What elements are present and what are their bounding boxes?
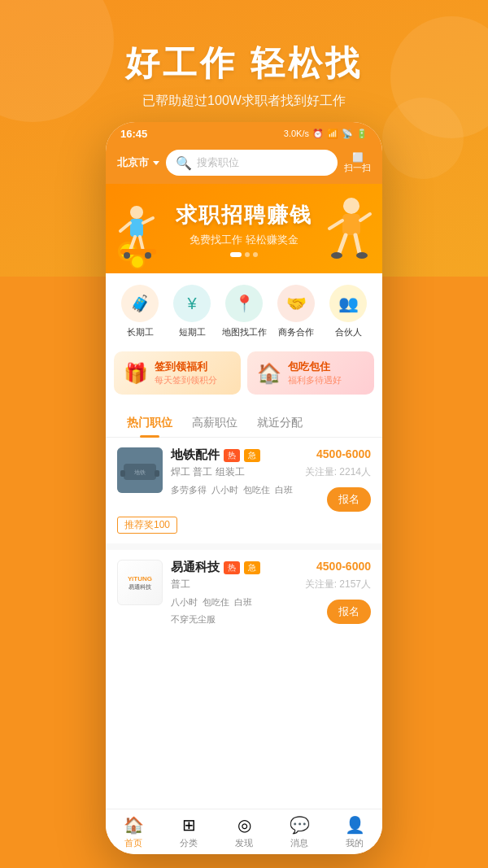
nav-profile[interactable]: 👤 我的 bbox=[327, 809, 382, 854]
longterm-icon-circle: 🧳 bbox=[121, 285, 159, 322]
tag-board: 包吃住 bbox=[243, 484, 270, 496]
status-bar: 16:45 3.0K/s ⏰ 📶 📡 🔋 bbox=[106, 122, 382, 145]
svg-line-12 bbox=[355, 235, 359, 253]
wifi-icon: 📡 bbox=[342, 129, 353, 139]
phone-content[interactable]: 求职招聘赚钱 免费找工作 轻松赚奖金 bbox=[106, 184, 382, 812]
header-section: 好工作 轻松找 已帮助超过100W求职者找到好工作 bbox=[0, 0, 488, 110]
job-title-row-1: 地铁配件 热 急 bbox=[171, 447, 297, 463]
svg-line-2 bbox=[130, 237, 135, 251]
apply-button-1[interactable]: 报名 bbox=[327, 487, 371, 512]
tag-day-2: 白班 bbox=[234, 596, 252, 608]
job-roles-2: 普工 bbox=[171, 578, 297, 591]
job-card-1: 地铁 地铁配件 热 急 焊工 普工 组装工 bbox=[106, 438, 382, 550]
jobs-tabs: 热门职位 高薪职位 就近分配 bbox=[106, 408, 382, 438]
banner-main-text: 求职招聘赚钱 bbox=[176, 201, 312, 229]
figure-left bbox=[112, 200, 169, 265]
lodging-title: 包吃包住 bbox=[288, 360, 342, 374]
quick-icon-longterm[interactable]: 🧳 长期工 bbox=[117, 285, 163, 338]
job-info-1: 地铁配件 热 急 焊工 普工 组装工 多劳多得 八小时 包吃住 白班 bbox=[171, 447, 297, 496]
location-button[interactable]: 北京市 bbox=[117, 155, 159, 170]
job-right-2: 4500-6000 关注量: 2157人 报名 bbox=[305, 560, 371, 624]
promo-card-signin[interactable]: 🎁 签到领福利 每天签到领积分 bbox=[114, 351, 241, 395]
category-label: 分类 bbox=[180, 837, 198, 849]
biz-icon-circle: 🤝 bbox=[277, 285, 315, 322]
signin-title: 签到领福利 bbox=[155, 360, 217, 374]
banner-sub-text: 免费找工作 轻松赚奖金 bbox=[176, 233, 312, 247]
network-speed: 3.0K/s bbox=[284, 129, 309, 138]
map-label: 地图找工作 bbox=[222, 326, 267, 338]
message-label: 消息 bbox=[290, 837, 308, 849]
dot-2 bbox=[245, 252, 250, 257]
tag-nodust: 不穿无尘服 bbox=[171, 613, 216, 626]
scan-button[interactable]: ⬜ 扫一扫 bbox=[344, 152, 371, 173]
job-attention-1: 关注量: 2214人 bbox=[305, 465, 371, 479]
location-text: 北京市 bbox=[117, 155, 149, 170]
discover-icon: ◎ bbox=[237, 815, 251, 835]
svg-point-5 bbox=[124, 252, 130, 259]
biz-label: 商务合作 bbox=[278, 326, 314, 338]
phone-shell: 16:45 3.0K/s ⏰ 📶 📡 🔋 北京市 🔍 搜索职位 ⬜ 扫一扫 bbox=[106, 122, 382, 854]
promo-row: 🎁 签到领福利 每天签到领积分 🏠 包吃包住 福利多待遇好 bbox=[106, 347, 382, 403]
svg-line-11 bbox=[339, 235, 346, 253]
job-image-2: YiTUNG 易通科技 bbox=[117, 560, 163, 605]
tag-hot-1: 热 bbox=[224, 449, 240, 462]
job-title-1: 地铁配件 bbox=[171, 447, 220, 463]
job-tags-2: 八小时 包吃住 白班 不穿无尘服 bbox=[171, 596, 297, 626]
svg-point-9 bbox=[343, 198, 359, 214]
tag-8hours: 八小时 bbox=[211, 484, 238, 496]
shortterm-label: 短期工 bbox=[179, 326, 206, 338]
tab-nearby[interactable]: 就近分配 bbox=[247, 408, 312, 437]
job-info-2: 易通科技 热 急 普工 八小时 包吃住 白班 不穿无尘服 bbox=[171, 560, 297, 626]
job-salary-2: 4500-6000 bbox=[316, 560, 371, 573]
tag-more-pay: 多劳多得 bbox=[171, 484, 207, 496]
tab-high-salary[interactable]: 高薪职位 bbox=[182, 408, 247, 437]
svg-point-6 bbox=[145, 252, 151, 259]
svg-line-13 bbox=[329, 220, 342, 229]
quick-icon-map[interactable]: 📍 地图找工作 bbox=[221, 285, 267, 338]
partner-icon-circle: 👥 bbox=[329, 285, 367, 322]
nav-category[interactable]: ⊞ 分类 bbox=[161, 809, 216, 854]
svg-point-16 bbox=[356, 252, 368, 259]
reward-tag-1: 推荐奖100 bbox=[117, 517, 177, 534]
scan-icon: ⬜ bbox=[344, 152, 371, 163]
apply-button-2[interactable]: 报名 bbox=[327, 600, 371, 624]
signin-texts: 签到领福利 每天签到领积分 bbox=[155, 360, 217, 386]
quick-icon-partner[interactable]: 👥 合伙人 bbox=[325, 285, 371, 338]
quick-icon-shortterm[interactable]: ¥ 短期工 bbox=[169, 285, 215, 338]
tag-urgent-2: 急 bbox=[244, 561, 260, 574]
longterm-label: 长期工 bbox=[127, 326, 154, 338]
job-card-2: YiTUNG 易通科技 易通科技 热 急 普工 bbox=[106, 550, 382, 635]
promo-card-lodging[interactable]: 🏠 包吃包住 福利多待遇好 bbox=[247, 351, 374, 395]
quick-icon-biz[interactable]: 🤝 商务合作 bbox=[273, 285, 319, 338]
search-bar[interactable]: 🔍 搜索职位 bbox=[166, 150, 338, 176]
svg-point-15 bbox=[331, 252, 342, 259]
message-icon: 💬 bbox=[290, 815, 310, 835]
signin-icon: 🎁 bbox=[124, 362, 148, 385]
svg-point-0 bbox=[130, 206, 143, 219]
bottom-nav: 🏠 首页 ⊞ 分类 ◎ 发现 💬 消息 👤 我的 bbox=[106, 809, 382, 854]
nav-discover[interactable]: ◎ 发现 bbox=[216, 809, 272, 854]
svg-rect-10 bbox=[342, 214, 360, 235]
nav-home[interactable]: 🏠 首页 bbox=[106, 809, 161, 854]
lodging-icon: 🏠 bbox=[257, 362, 281, 385]
banner-dots bbox=[176, 252, 312, 257]
signin-subtitle: 每天签到领积分 bbox=[155, 374, 217, 386]
job-title-row-2: 易通科技 热 急 bbox=[171, 560, 297, 575]
map-icon-circle: 📍 bbox=[225, 285, 263, 322]
dot-3 bbox=[253, 252, 258, 257]
jobs-section: 热门职位 高薪职位 就近分配 bbox=[106, 408, 382, 635]
tag-hot-2: 热 bbox=[224, 561, 240, 574]
job-right-1: 4500-6000 关注量: 2214人 报名 bbox=[305, 447, 371, 512]
job-card-top-2: YiTUNG 易通科技 易通科技 热 急 普工 bbox=[117, 560, 371, 626]
nav-message[interactable]: 💬 消息 bbox=[272, 809, 327, 854]
profile-label: 我的 bbox=[346, 837, 364, 849]
job-card-top-1: 地铁 地铁配件 热 急 焊工 普工 组装工 bbox=[117, 447, 371, 512]
svg-line-3 bbox=[140, 237, 143, 251]
svg-line-14 bbox=[360, 214, 370, 220]
battery-icon: 🔋 bbox=[356, 129, 368, 139]
tag-urgent-1: 急 bbox=[244, 449, 260, 462]
header-subtitle: 已帮助超过100W求职者找到好工作 bbox=[0, 93, 488, 110]
tab-hot-jobs[interactable]: 热门职位 bbox=[117, 408, 182, 437]
banner: 求职招聘赚钱 免费找工作 轻松赚奖金 bbox=[106, 184, 382, 273]
biz-icon: 🤝 bbox=[286, 294, 307, 313]
